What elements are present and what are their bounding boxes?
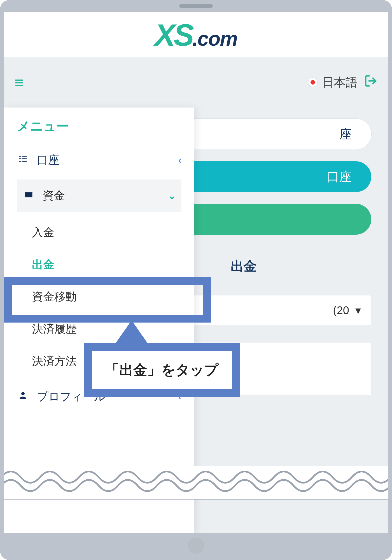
tablet-home-button[interactable]: [188, 538, 204, 554]
menu-heading: メニュー: [4, 115, 194, 143]
svg-rect-5: [19, 161, 21, 162]
menu-item-accounts[interactable]: 口座 ‹: [4, 143, 194, 177]
pill-text: 口座: [327, 169, 352, 185]
logo-xs: XS: [155, 17, 193, 53]
language-label: 日本語: [322, 74, 357, 90]
menu-label: 口座: [37, 152, 171, 168]
svg-rect-3: [19, 158, 21, 159]
submenu-history[interactable]: 決済履歴: [4, 313, 194, 345]
main-area: 座 口座 出金 (20 ▾ メニュー: [4, 108, 388, 533]
chevron-down-icon: ⌄: [168, 190, 176, 201]
callout-box: 「出金」をタップ: [84, 343, 240, 397]
chevron-down-icon: ▾: [355, 304, 361, 317]
hamburger-icon[interactable]: ≡: [15, 73, 24, 92]
svg-rect-2: [22, 156, 27, 157]
pill-text: 座: [339, 126, 352, 143]
header-strip: ≡ 日本語: [4, 57, 388, 108]
logo-dotcom: .com: [192, 27, 237, 50]
submenu-deposit[interactable]: 入金: [4, 216, 194, 248]
wallet-icon: [22, 189, 35, 202]
language-selector[interactable]: 日本語: [308, 74, 357, 90]
callout-text: 「出金」をタップ: [105, 362, 218, 378]
japan-flag-icon: [308, 78, 318, 87]
svg-rect-1: [19, 156, 21, 157]
screen: XS .com ≡ 日本語 座: [4, 12, 388, 533]
user-icon: [17, 390, 29, 403]
tablet-frame: XS .com ≡ 日本語 座: [0, 0, 392, 560]
logout-icon[interactable]: [364, 74, 377, 91]
menu-item-funds[interactable]: 資金 ⌄: [17, 179, 181, 212]
submenu-withdraw[interactable]: 出金: [4, 248, 194, 281]
svg-rect-4: [22, 158, 27, 159]
menu-label: 資金: [43, 188, 160, 203]
submenu-transfer[interactable]: 資金移動: [4, 281, 194, 313]
select-value: (20: [333, 304, 349, 317]
svg-rect-8: [25, 192, 32, 193]
chevron-left-icon: ‹: [178, 155, 181, 165]
brand-logo: XS .com: [155, 17, 237, 53]
svg-point-9: [21, 392, 25, 395]
logo-bar: XS .com: [4, 12, 388, 57]
tablet-speaker: [179, 4, 213, 8]
torn-edge: [1, 466, 391, 500]
list-icon: [17, 154, 29, 166]
svg-rect-6: [22, 161, 27, 162]
